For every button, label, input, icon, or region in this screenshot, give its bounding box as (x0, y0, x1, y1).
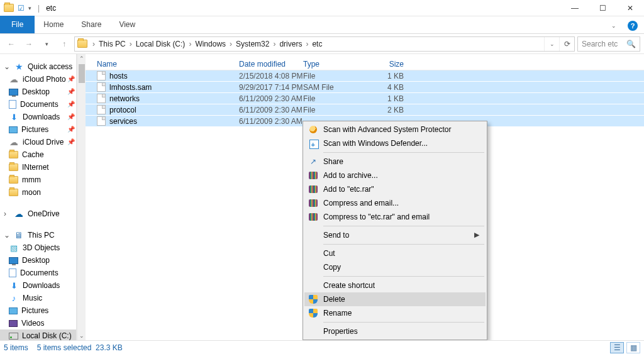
title-separator: | (38, 4, 40, 13)
maximize-button[interactable]: ☐ (589, 0, 616, 16)
sidebar-item-desktop[interactable]: Desktop📌 (0, 86, 76, 98)
sidebar-item-label: Documents (20, 268, 58, 277)
tab-file[interactable]: File (0, 16, 35, 33)
sidebar-item-icloud-drive[interactable]: ☁iCloud Drive📌 (0, 136, 76, 148)
sidebar-item-label: This PC (28, 231, 55, 240)
star-icon: ★ (14, 62, 24, 72)
context-menu-label: Add to archive... (323, 171, 378, 180)
sidebar-item-documents[interactable]: Documents (0, 267, 76, 279)
sidebar-item-desktop[interactable]: Desktop (0, 254, 76, 267)
sidebar-item-music[interactable]: ♪Music (0, 292, 76, 304)
column-header-date[interactable]: Date modified (239, 60, 303, 69)
sidebar-item-pictures[interactable]: Pictures📌 (0, 123, 76, 136)
breadcrumb-system32[interactable]: System32 (233, 40, 272, 48)
tab-share[interactable]: Share (72, 16, 110, 33)
sidebar-item-downloads[interactable]: ⬇Downloads (0, 279, 76, 292)
sidebar-item-videos[interactable]: Videos (0, 317, 76, 329)
breadcrumb-sep[interactable]: › (187, 40, 192, 48)
scroll-up-arrow[interactable]: ⌃ (77, 54, 86, 63)
context-menu-item-delete[interactable]: Delete (304, 292, 486, 306)
ribbon-expand-button[interactable]: ⌄ (606, 18, 621, 33)
file-row[interactable]: networks6/11/2009 2:30 AMFile1 KB (86, 93, 644, 104)
context-menu-item-copy[interactable]: Copy (304, 260, 486, 274)
file-type: File (303, 106, 369, 114)
column-header-size[interactable]: Size (369, 60, 404, 69)
refresh-button[interactable]: ⟳ (559, 37, 574, 51)
localdisk-icon (9, 333, 18, 340)
address-dropdown-button[interactable]: ⌄ (544, 37, 559, 51)
context-menu-item-compress-and-email[interactable]: Compress and email... (304, 196, 486, 210)
breadcrumb-sep[interactable]: › (228, 40, 233, 48)
file-row[interactable]: lmhosts.sam9/29/2017 7:14 PMSAM File4 KB (86, 82, 644, 93)
column-header-name[interactable]: Name (97, 60, 239, 69)
breadcrumb-sep[interactable]: › (128, 40, 133, 48)
context-menu-item-add-to-archive[interactable]: Add to archive... (304, 169, 486, 182)
scroll-thumb[interactable] (79, 64, 85, 83)
sidebar-scrollbar[interactable]: ⌃ ⌄ (77, 54, 86, 340)
context-menu-item-compress-to-etc-rar-and-email[interactable]: Compress to "etc.rar" and email (304, 210, 486, 224)
large-icons-view-button[interactable]: ▦ (626, 342, 640, 353)
context-menu-item-rename[interactable]: Rename (304, 306, 486, 320)
context-menu-item-scan-with-windows-defender[interactable]: Scan with Windows Defender... (304, 136, 486, 150)
file-name: protocol (109, 106, 136, 114)
breadcrumb-windows[interactable]: Windows (192, 40, 228, 48)
context-menu-item-share[interactable]: ↗Share (304, 155, 486, 169)
breadcrumb-thispc[interactable]: This PC (96, 40, 128, 48)
minimize-button[interactable]: — (561, 0, 589, 16)
breadcrumb-localdisk[interactable]: Local Disk (C:) (133, 40, 188, 48)
context-menu-item-properties[interactable]: Properties (304, 324, 486, 338)
expand-caret-icon[interactable]: › (4, 209, 10, 218)
help-button[interactable]: ? (625, 18, 640, 33)
context-menu-label: Add to "etc.rar" (323, 185, 374, 194)
breadcrumb-sep[interactable]: › (304, 40, 309, 48)
sidebar-item-downloads[interactable]: ⬇Downloads📌 (0, 111, 76, 123)
file-row[interactable]: protocol6/11/2009 2:30 AMFile2 KB (86, 104, 644, 116)
breadcrumb-sep[interactable]: › (272, 40, 277, 48)
expand-caret-icon[interactable]: ⌄ (4, 62, 10, 71)
title-bar: ☑ ▾ | etc — ☐ ✕ (0, 0, 644, 16)
sidebar-item-mmm[interactable]: mmm (0, 174, 76, 186)
file-size: 4 KB (369, 83, 404, 92)
forward-button[interactable]: → (21, 36, 36, 52)
cloud-icon: ☁ (9, 74, 19, 84)
context-menu-item-add-to-etc-rar[interactable]: Add to "etc.rar" (304, 182, 486, 196)
breadcrumb-etc[interactable]: etc (309, 40, 325, 48)
sidebar-item-documents[interactable]: Documents📌 (0, 98, 76, 111)
context-menu-item-scan-with-advanced-system-protector[interactable]: Scan with Advanced System Protector (304, 123, 486, 136)
up-button[interactable]: ↑ (57, 36, 72, 52)
file-size: 1 KB (369, 72, 404, 80)
context-menu-label: Delete (323, 295, 345, 304)
sidebar-item-pictures[interactable]: Pictures (0, 304, 76, 317)
details-view-button[interactable]: ☰ (610, 342, 624, 353)
expand-caret-icon[interactable]: ⌄ (4, 231, 10, 240)
file-row[interactable]: hosts2/15/2018 4:08 PMFile1 KB (86, 70, 644, 82)
sidebar-item-cache[interactable]: Cache (0, 148, 76, 161)
tab-view[interactable]: View (110, 16, 144, 33)
recent-dropdown[interactable]: ▾ (39, 36, 54, 52)
context-menu-item-create-shortcut[interactable]: Create shortcut (304, 279, 486, 292)
onedrive-icon: ☁ (14, 209, 24, 219)
tab-home[interactable]: Home (35, 16, 72, 33)
sidebar-item-quick-access[interactable]: ⌄★Quick access (0, 60, 76, 73)
back-button[interactable]: ← (4, 36, 19, 52)
context-menu-item-cut[interactable]: Cut (304, 246, 486, 260)
sidebar-item-3d-objects[interactable]: ▧3D Objects (0, 241, 76, 254)
qat-checkbox-icon[interactable]: ☑ (18, 4, 25, 13)
sidebar-item-moon[interactable]: moon (0, 186, 76, 199)
qat-dropdown-icon[interactable]: ▾ (28, 5, 31, 11)
search-input[interactable]: Search etc 🔍 (577, 36, 640, 52)
sidebar-item-onedrive[interactable]: ›☁OneDrive (0, 207, 76, 220)
close-button[interactable]: ✕ (616, 0, 644, 16)
breadcrumb-sep[interactable]: › (91, 40, 96, 48)
sidebar-item-icloud-photo[interactable]: ☁iCloud Photo📌 (0, 73, 76, 86)
column-header-type[interactable]: Type (303, 60, 369, 69)
address-bar[interactable]: › This PC › Local Disk (C:) › Windows › … (74, 36, 575, 52)
scroll-down-arrow[interactable]: ⌄ (77, 331, 86, 340)
sidebar-item-local-disk-c-[interactable]: Local Disk (C:) (0, 329, 76, 340)
sidebar-item-this-pc[interactable]: ⌄🖥This PC (0, 229, 76, 241)
context-menu-label: Scan with Advanced System Protector (323, 125, 451, 134)
windows-defender-icon (308, 138, 318, 148)
breadcrumb-drivers[interactable]: drivers (277, 40, 304, 48)
sidebar-item-internet[interactable]: INternet (0, 161, 76, 174)
context-menu-item-send-to[interactable]: Send to▶ (304, 228, 486, 242)
